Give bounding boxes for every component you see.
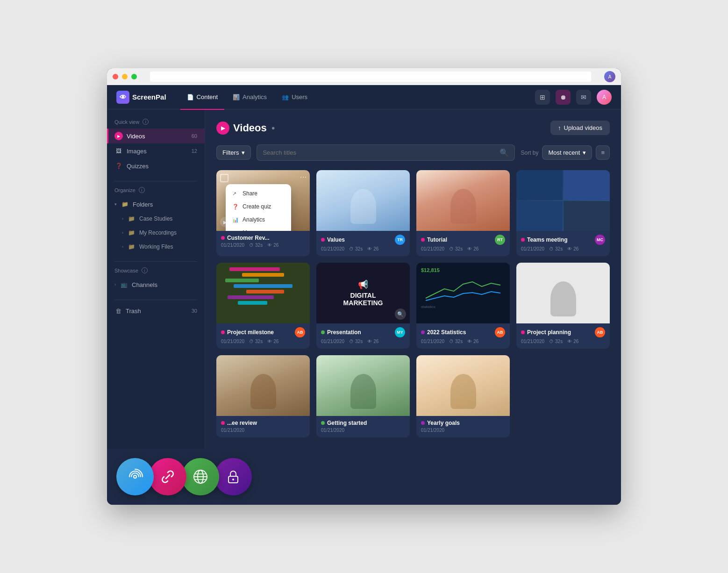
video-card-1[interactable]: Values TR 01/21/2020 ⏱ 32s 👁 [316,170,410,256]
video-card-4[interactable]: Project milestone AB 01/21/2020 ⏱ 32s [216,263,310,349]
video-views-0: 👁 26 [267,243,278,248]
quick-view-info-icon[interactable]: i [143,119,149,125]
showcase-info-icon[interactable]: i [142,267,148,273]
sidebar-item-folders[interactable]: ▾ 📁 Folders [107,197,205,212]
video-card-10[interactable]: Yearly goals 01/21/2020 [416,355,510,437]
sidebar-item-videos[interactable]: ▶ Videos 60 [107,129,205,143]
sidebar-item-channels[interactable]: › 📺 Channels [107,277,205,292]
browser-profile-avatar[interactable]: A [604,71,615,82]
upload-videos-button[interactable]: ↑ Upload videos [550,121,610,135]
video-more-button-0[interactable]: ··· [300,173,307,180]
organize-info-icon[interactable]: i [139,187,145,193]
context-menu-analytics[interactable]: 📊 Analytics [226,213,291,226]
tab-content[interactable]: 📄 Content [180,91,225,103]
user-avatar[interactable]: A [597,90,612,105]
video-card-2[interactable]: Tutorial RT 01/21/2020 ⏱ 32s 👁 [416,170,510,256]
video-duration-2: ⏱ 32s [449,246,463,251]
video-thumbnail-9 [316,355,410,416]
video-title-row-10: Yearly goals [421,420,505,426]
tab-users[interactable]: 👥 Users [275,91,314,103]
minimize-button[interactable] [122,74,128,79]
video-dot-1 [321,238,325,242]
sidebar-organize-section: Organize i ▾ 📁 Folders › 📁 Case Studies [107,185,205,254]
gantt-bar-2 [242,273,284,277]
video-thumbnail-4 [216,263,310,323]
fingerprint-icon[interactable] [116,458,154,495]
context-menu-move[interactable]: 📁 Move [226,226,291,231]
eye-icon-1: 👁 [367,246,372,251]
video-card-7[interactable]: Project planning AB 01/21/2020 ⏱ 32s [516,263,610,349]
sidebar-item-case-studies[interactable]: › 📁 Case Studies [107,212,205,226]
clock-icon-2: ⏱ [449,246,454,251]
link-icon[interactable] [149,458,186,495]
video-avatar-6: AB [495,327,505,337]
video-card-3[interactable]: Teams meeting MC 01/21/2020 ⏱ 32s [516,170,610,256]
video-card-8[interactable]: ...ee review 01/21/2020 [216,355,310,437]
dm-title: DIGITALMARKETING [343,292,383,307]
video-title-3: Teams meeting [527,236,595,243]
address-bar[interactable] [150,72,591,82]
video-thumbnail-0: ··· ▶ ✏ ↗ ↗ Share [216,170,310,231]
video-dot-10 [421,421,425,425]
record-button[interactable]: ⏺ [556,90,571,105]
grid-toggle-button[interactable]: ≡ [596,145,610,160]
video-card-6[interactable]: $12,815 statistics 2022 [416,263,510,349]
video-card-info-0: Customer Rev... 01/21/2020 ⏱ 32s 👁 [216,231,310,252]
video-views-7: 👁 26 [567,339,578,344]
svg-point-0 [134,475,136,478]
video-meta-5: 01/21/2020 ⏱ 32s 👁 26 [321,339,405,344]
eye-icon-0: 👁 [267,243,272,248]
clock-icon-4: ⏱ [249,339,254,344]
sidebar-item-quizzes[interactable]: ❓ Quizzes [107,158,205,173]
video-title-row-2: Tutorial RT [421,235,505,245]
context-menu-create-quiz[interactable]: ❓ Create quiz [226,200,291,213]
video-title-9: Getting started [327,420,405,426]
sidebar-quizzes-label: Quizzes [127,163,149,170]
sidebar-item-working-files[interactable]: › 📁 Working Files [107,240,205,254]
showcase-label: Showcase [114,268,138,273]
clock-icon-1: ⏱ [349,246,354,251]
sidebar-item-my-recordings[interactable]: › 📁 My Recordings [107,226,205,240]
search-input[interactable] [263,149,496,156]
eye-icon-7: 👁 [567,339,572,344]
sidebar-divider-1 [114,181,197,181]
thumbnail-image-8 [216,355,310,416]
maximize-button[interactable] [131,74,137,79]
video-meta-1: 01/21/2020 ⏱ 32s 👁 26 [321,246,405,251]
lock-icon[interactable] [214,458,252,495]
page-title-group: ▶ Videos ● [216,122,275,135]
sidebar-item-trash[interactable]: 🗑 Trash 30 [107,304,205,318]
gantt-thumbnail [216,263,310,311]
sidebar-case-studies-label: Case Studies [139,215,172,222]
context-menu-share[interactable]: ↗ Share [226,187,291,200]
sort-option-label: Most recent [548,149,580,156]
sort-group: Sort by Most recent ▾ ≡ [521,145,610,160]
filters-dropdown[interactable]: Filters ▾ [216,145,251,160]
users-tab-icon: 👥 [282,94,289,100]
video-date-5: 01/21/2020 [321,339,344,344]
working-files-folder-icon: 📁 [127,243,136,251]
folders-icon: 📁 [121,200,129,208]
video-checkbox-0[interactable] [220,174,228,182]
video-title-row-6: 2022 Statistics AB [421,327,505,337]
sidebar-trash-badge: 30 [192,308,197,314]
sidebar-working-files-label: Working Files [139,244,173,250]
close-button[interactable] [113,74,118,79]
stats-chart-svg [421,275,505,303]
video-title-row-4: Project milestone AB [221,327,305,337]
capture-button[interactable]: ⊞ [535,90,550,105]
tab-analytics[interactable]: 📊 Analytics [226,91,273,103]
working-files-chevron-icon: › [122,244,123,249]
sidebar-divider-3 [114,300,197,300]
video-date-4: 01/21/2020 [221,339,244,344]
video-card-0[interactable]: ··· ▶ ✏ ↗ ↗ Share [216,170,310,256]
globe-icon[interactable] [182,458,219,495]
video-card-5[interactable]: 📢 DIGITALMARKETING 🔍 Presentation MY [316,263,410,349]
search-box: 🔍 [257,144,515,161]
video-title-row-3: Teams meeting MC [521,235,605,245]
sidebar-item-images[interactable]: 🖼 Images 12 [107,143,205,158]
message-button[interactable]: ✉ [576,90,591,105]
video-dot-4 [221,330,225,334]
sort-dropdown[interactable]: Most recent ▾ [542,145,592,160]
video-card-9[interactable]: Getting started 01/21/2020 [316,355,410,437]
